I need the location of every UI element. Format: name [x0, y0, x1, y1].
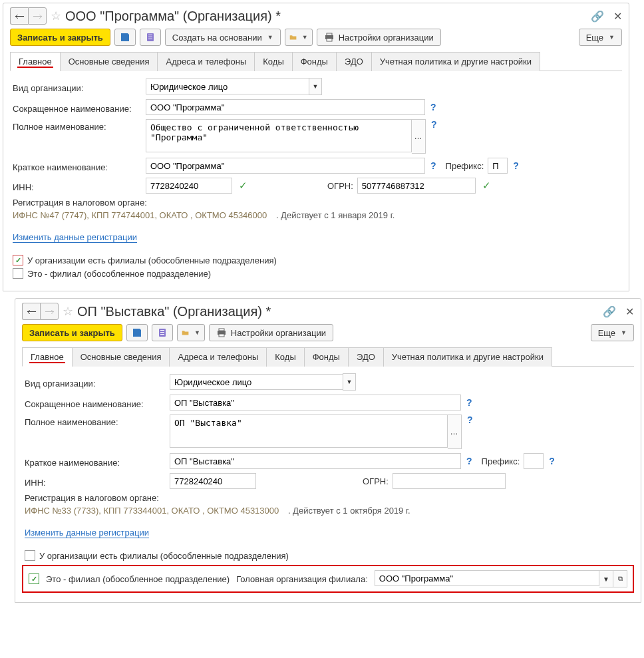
org-type-input[interactable] — [170, 374, 343, 390]
inn-input[interactable] — [170, 473, 256, 489]
checkbox-is-branch[interactable]: ✓ — [29, 574, 39, 584]
form-content: Вид организации: ▼ Сокращенное наименова… — [15, 367, 641, 602]
org-type-select[interactable]: ▼ — [170, 373, 356, 391]
tab-funds[interactable]: Фонды — [292, 52, 337, 71]
change-reg-link[interactable]: Изменить данные регистрации — [13, 232, 137, 243]
help-icon[interactable]: ? — [431, 119, 437, 130]
short-name-input[interactable] — [146, 99, 425, 115]
label-ogrn: ОГРН: — [363, 476, 389, 486]
svg-rect-6 — [327, 39, 332, 41]
close-icon[interactable]: ✕ — [625, 305, 634, 318]
floppy-icon — [120, 32, 130, 43]
toolbar: Записать и закрыть ▼ Настройки организац… — [15, 321, 641, 347]
save-button[interactable] — [114, 29, 136, 46]
label-is-branch: Это - филиал (обособленное подразделение… — [27, 269, 211, 279]
prefix-input[interactable] — [488, 158, 508, 174]
registration-date: . Действует с 1 октября 2019 г. — [288, 506, 410, 516]
attachments-button[interactable]: ▼ — [285, 29, 313, 46]
full-name-input[interactable]: ОП "Выставка" — [170, 414, 448, 448]
label-has-branches: У организации есть филиалы (обособленные… — [39, 551, 289, 561]
chevron-down-icon: ▼ — [621, 329, 627, 336]
label-brief-name: Краткое наименование: — [25, 455, 170, 468]
window-title: ОП "Выставка" (Организация) * — [77, 304, 603, 319]
ogrn-input[interactable] — [357, 178, 476, 194]
chevron-down-icon[interactable]: ▼ — [343, 373, 356, 391]
help-icon[interactable]: ? — [430, 102, 436, 112]
org-settings-button[interactable]: Настройки организации — [317, 29, 441, 46]
org-type-input[interactable] — [146, 79, 309, 94]
help-icon[interactable]: ? — [513, 160, 519, 171]
ogrn-input[interactable] — [393, 473, 506, 489]
prefix-input[interactable] — [524, 453, 544, 469]
svg-rect-1 — [148, 35, 152, 35]
tab-addresses[interactable]: Адреса и телефоны — [169, 347, 267, 367]
favorite-star-icon[interactable]: ☆ — [51, 9, 61, 23]
save-close-button[interactable]: Записать и закрыть — [22, 324, 122, 341]
close-icon[interactable]: ✕ — [613, 10, 622, 23]
svg-rect-8 — [160, 330, 164, 331]
parent-org-input[interactable] — [375, 570, 599, 586]
tab-policy[interactable]: Учетная политика и другие настройки — [383, 347, 552, 367]
brief-name-input[interactable] — [170, 453, 461, 469]
tab-edo[interactable]: ЭДО — [348, 347, 384, 367]
registration-text: ИФНС №33 (7733), КПП 773344001, ОКАТО , … — [25, 506, 279, 516]
short-name-input[interactable] — [170, 395, 461, 411]
label-org-type: Вид организации: — [25, 376, 170, 389]
org-type-select[interactable]: ▼ — [146, 78, 322, 95]
create-based-label: Создать на основании — [172, 33, 262, 43]
help-icon[interactable]: ? — [466, 456, 472, 466]
chevron-down-icon[interactable]: ▼ — [599, 570, 613, 587]
tabs: Главное Основные сведения Адреса и телеф… — [10, 51, 622, 71]
favorite-star-icon[interactable]: ☆ — [63, 304, 73, 319]
save-close-button[interactable]: Записать и закрыть — [10, 29, 110, 46]
folder-icon — [182, 327, 189, 338]
create-based-button[interactable]: Создать на основании ▼ — [165, 29, 281, 46]
tab-codes[interactable]: Коды — [254, 52, 292, 71]
toolbar: Записать и закрыть Создать на основании … — [3, 26, 629, 51]
save-button[interactable] — [126, 324, 148, 341]
help-icon[interactable]: ? — [466, 397, 472, 408]
tab-main[interactable]: Главное — [10, 52, 61, 71]
attachments-button[interactable]: ▼ — [177, 324, 205, 341]
tab-codes[interactable]: Коды — [266, 347, 304, 367]
svg-rect-10 — [160, 334, 164, 335]
more-button[interactable]: Еще ▼ — [591, 324, 634, 341]
branch-highlight-row: ✓ Это - филиал (обособленное подразделен… — [22, 565, 634, 593]
tab-main[interactable]: Главное — [22, 347, 73, 367]
link-icon[interactable]: 🔗 — [603, 305, 616, 318]
form-content: Вид организации: ▼ Сокращенное наименова… — [3, 71, 629, 291]
back-button[interactable]: 🡐 — [22, 303, 40, 320]
tab-basic[interactable]: Основные сведения — [72, 347, 170, 367]
brief-name-input[interactable] — [146, 158, 425, 174]
checkbox-is-branch[interactable] — [13, 268, 23, 279]
open-icon[interactable]: ⧉ — [613, 570, 627, 587]
printer-icon — [324, 32, 335, 43]
forward-button[interactable]: 🡒 — [40, 303, 59, 320]
ellipsis-button[interactable]: … — [412, 119, 426, 154]
help-icon[interactable]: ? — [549, 456, 555, 466]
label-registration: Регистрация в налоговом органе: — [13, 198, 619, 208]
tab-basic[interactable]: Основные сведения — [60, 52, 158, 71]
check-icon: ✓ — [482, 180, 491, 192]
tab-edo[interactable]: ЭДО — [336, 52, 372, 71]
tab-addresses[interactable]: Адреса и телефоны — [157, 52, 255, 71]
list-button[interactable] — [140, 29, 161, 46]
tab-funds[interactable]: Фонды — [304, 347, 349, 367]
more-button[interactable]: Еще ▼ — [579, 29, 622, 46]
full-name-input[interactable]: Общество с ограниченной ответственностью… — [146, 119, 412, 152]
chevron-down-icon[interactable]: ▼ — [309, 78, 322, 95]
help-icon[interactable]: ? — [467, 414, 473, 425]
back-button[interactable]: 🡐 — [10, 7, 28, 25]
ellipsis-button[interactable]: … — [448, 414, 462, 449]
forward-button[interactable]: 🡒 — [28, 7, 47, 25]
checkbox-has-branches[interactable] — [25, 550, 35, 561]
inn-input[interactable] — [146, 178, 232, 194]
change-reg-link[interactable]: Изменить данные регистрации — [25, 528, 149, 538]
link-icon[interactable]: 🔗 — [591, 10, 604, 23]
help-icon[interactable]: ? — [430, 160, 436, 171]
checkbox-has-branches[interactable]: ✓ — [13, 255, 23, 265]
org-settings-button[interactable]: Настройки организации — [209, 324, 333, 341]
label-has-branches: У организации есть филиалы (обособленные… — [27, 255, 277, 265]
list-button[interactable] — [152, 324, 173, 341]
tab-policy[interactable]: Учетная политика и другие настройки — [371, 52, 540, 71]
